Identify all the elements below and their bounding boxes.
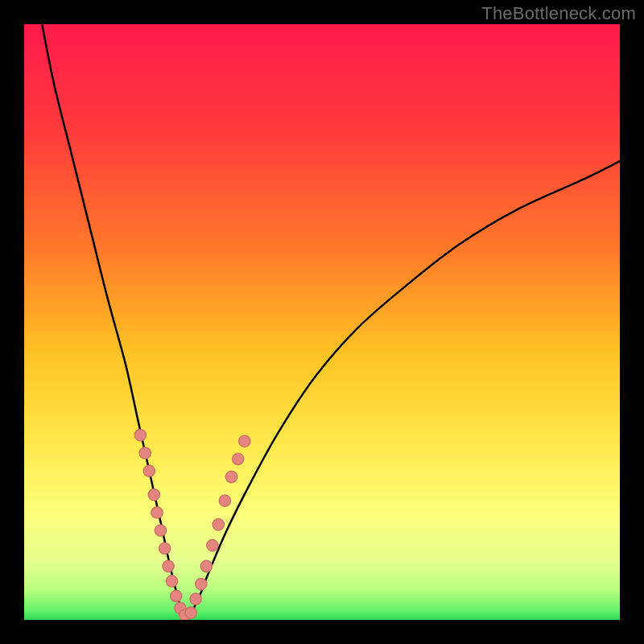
- watermark-text: TheBottleneck.com: [481, 3, 636, 24]
- bottleneck-curve: [24, 24, 620, 620]
- outer-frame: TheBottleneck.com: [0, 0, 644, 644]
